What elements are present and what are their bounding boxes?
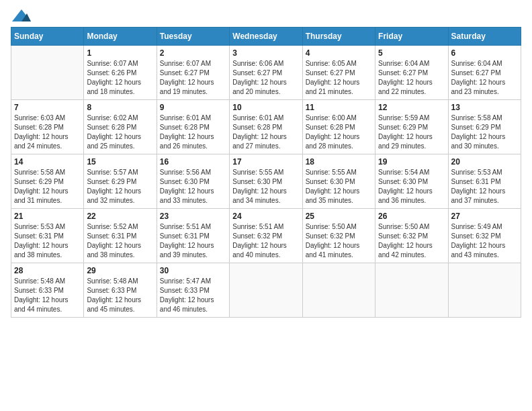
day-number: 24 <box>232 212 299 221</box>
header-wednesday: Wednesday <box>230 28 302 46</box>
day-number: 11 <box>306 103 372 112</box>
day-number: 15 <box>87 157 153 167</box>
calendar-cell: 24Sunrise: 5:51 AM Sunset: 6:32 PM Dayli… <box>230 209 302 263</box>
day-info: Sunrise: 6:03 AM Sunset: 6:28 PM Dayligh… <box>14 113 81 151</box>
day-info: Sunrise: 6:02 AM Sunset: 6:28 PM Dayligh… <box>87 113 153 151</box>
calendar-cell: 29Sunrise: 5:48 AM Sunset: 6:33 PM Dayli… <box>84 263 157 318</box>
calendar-cell: 19Sunrise: 5:54 AM Sunset: 6:30 PM Dayli… <box>375 154 448 209</box>
header-sunday: Sunday <box>11 28 84 46</box>
calendar-cell <box>230 263 302 318</box>
calendar-week-row: 14Sunrise: 5:58 AM Sunset: 6:29 PM Dayli… <box>11 154 521 209</box>
calendar-cell: 26Sunrise: 5:50 AM Sunset: 6:32 PM Dayli… <box>375 209 448 263</box>
day-number: 27 <box>451 212 518 221</box>
calendar-cell <box>302 263 375 318</box>
header-monday: Monday <box>84 28 157 46</box>
day-number: 12 <box>378 103 445 112</box>
header-saturday: Saturday <box>448 28 521 46</box>
calendar-cell <box>448 263 521 318</box>
day-number: 4 <box>306 48 372 58</box>
day-info: Sunrise: 5:56 AM Sunset: 6:30 PM Dayligh… <box>160 168 226 205</box>
calendar-cell <box>375 263 448 318</box>
calendar-cell: 18Sunrise: 5:55 AM Sunset: 6:30 PM Dayli… <box>302 154 375 209</box>
day-number: 21 <box>14 212 81 221</box>
day-number: 26 <box>378 212 445 221</box>
calendar-cell: 2Sunrise: 6:07 AM Sunset: 6:27 PM Daylig… <box>157 46 229 100</box>
day-number: 3 <box>232 48 299 58</box>
day-number: 14 <box>14 157 81 167</box>
day-info: Sunrise: 6:00 AM Sunset: 6:28 PM Dayligh… <box>306 113 372 151</box>
day-number: 7 <box>14 103 81 112</box>
day-info: Sunrise: 6:01 AM Sunset: 6:28 PM Dayligh… <box>160 113 226 151</box>
day-number: 19 <box>378 157 445 167</box>
day-info: Sunrise: 5:49 AM Sunset: 6:32 PM Dayligh… <box>451 222 518 260</box>
calendar-cell: 20Sunrise: 5:53 AM Sunset: 6:31 PM Dayli… <box>448 154 521 209</box>
calendar-cell: 6Sunrise: 6:04 AM Sunset: 6:27 PM Daylig… <box>448 46 521 100</box>
calendar-cell: 14Sunrise: 5:58 AM Sunset: 6:29 PM Dayli… <box>11 154 84 209</box>
day-info: Sunrise: 5:51 AM Sunset: 6:32 PM Dayligh… <box>232 222 299 260</box>
day-info: Sunrise: 5:50 AM Sunset: 6:32 PM Dayligh… <box>306 222 372 260</box>
calendar-cell: 22Sunrise: 5:52 AM Sunset: 6:31 PM Dayli… <box>84 209 157 263</box>
day-info: Sunrise: 5:58 AM Sunset: 6:29 PM Dayligh… <box>14 168 81 205</box>
day-info: Sunrise: 5:55 AM Sunset: 6:30 PM Dayligh… <box>232 168 299 205</box>
day-number: 29 <box>87 266 153 275</box>
day-info: Sunrise: 5:59 AM Sunset: 6:29 PM Dayligh… <box>378 113 445 151</box>
calendar-cell <box>11 46 84 100</box>
calendar-week-row: 7Sunrise: 6:03 AM Sunset: 6:28 PM Daylig… <box>11 100 521 154</box>
calendar-cell: 4Sunrise: 6:05 AM Sunset: 6:27 PM Daylig… <box>302 46 375 100</box>
calendar-week-row: 1Sunrise: 6:07 AM Sunset: 6:26 PM Daylig… <box>11 46 521 100</box>
header-tuesday: Tuesday <box>157 28 229 46</box>
day-number: 16 <box>160 157 226 167</box>
header-friday: Friday <box>375 28 448 46</box>
day-number: 10 <box>232 103 299 112</box>
header <box>11 11 521 21</box>
day-info: Sunrise: 6:04 AM Sunset: 6:27 PM Dayligh… <box>378 59 445 97</box>
calendar-cell: 12Sunrise: 5:59 AM Sunset: 6:29 PM Dayli… <box>375 100 448 154</box>
calendar-week-row: 28Sunrise: 5:48 AM Sunset: 6:33 PM Dayli… <box>11 263 521 318</box>
calendar-cell: 30Sunrise: 5:47 AM Sunset: 6:33 PM Dayli… <box>157 263 229 318</box>
day-info: Sunrise: 6:05 AM Sunset: 6:27 PM Dayligh… <box>306 59 372 97</box>
day-info: Sunrise: 5:53 AM Sunset: 6:31 PM Dayligh… <box>14 222 81 260</box>
day-number: 2 <box>160 48 226 58</box>
calendar-cell: 15Sunrise: 5:57 AM Sunset: 6:29 PM Dayli… <box>84 154 157 209</box>
day-number: 30 <box>160 266 226 275</box>
calendar-cell: 1Sunrise: 6:07 AM Sunset: 6:26 PM Daylig… <box>84 46 157 100</box>
calendar-cell: 10Sunrise: 6:01 AM Sunset: 6:28 PM Dayli… <box>230 100 302 154</box>
calendar-cell: 13Sunrise: 5:58 AM Sunset: 6:29 PM Dayli… <box>448 100 521 154</box>
day-info: Sunrise: 6:01 AM Sunset: 6:28 PM Dayligh… <box>232 113 299 151</box>
day-info: Sunrise: 6:04 AM Sunset: 6:27 PM Dayligh… <box>451 59 518 97</box>
calendar-cell: 8Sunrise: 6:02 AM Sunset: 6:28 PM Daylig… <box>84 100 157 154</box>
calendar-cell: 17Sunrise: 5:55 AM Sunset: 6:30 PM Dayli… <box>230 154 302 209</box>
logo <box>11 11 31 21</box>
calendar-cell: 11Sunrise: 6:00 AM Sunset: 6:28 PM Dayli… <box>302 100 375 154</box>
day-number: 6 <box>451 48 518 58</box>
day-info: Sunrise: 5:52 AM Sunset: 6:31 PM Dayligh… <box>87 222 153 260</box>
day-number: 28 <box>14 266 81 275</box>
calendar-table: SundayMondayTuesdayWednesdayThursdayFrid… <box>11 27 521 318</box>
day-number: 20 <box>451 157 518 167</box>
day-info: Sunrise: 5:47 AM Sunset: 6:33 PM Dayligh… <box>160 277 226 314</box>
day-info: Sunrise: 5:55 AM Sunset: 6:30 PM Dayligh… <box>306 168 372 205</box>
day-number: 18 <box>306 157 372 167</box>
calendar-cell: 21Sunrise: 5:53 AM Sunset: 6:31 PM Dayli… <box>11 209 84 263</box>
day-info: Sunrise: 5:58 AM Sunset: 6:29 PM Dayligh… <box>451 113 518 151</box>
day-info: Sunrise: 6:07 AM Sunset: 6:27 PM Dayligh… <box>160 59 226 97</box>
calendar-cell: 9Sunrise: 6:01 AM Sunset: 6:28 PM Daylig… <box>157 100 229 154</box>
day-info: Sunrise: 5:54 AM Sunset: 6:30 PM Dayligh… <box>378 168 445 205</box>
day-info: Sunrise: 5:50 AM Sunset: 6:32 PM Dayligh… <box>378 222 445 260</box>
day-info: Sunrise: 5:48 AM Sunset: 6:33 PM Dayligh… <box>87 277 153 314</box>
calendar-cell: 7Sunrise: 6:03 AM Sunset: 6:28 PM Daylig… <box>11 100 84 154</box>
header-thursday: Thursday <box>302 28 375 46</box>
day-info: Sunrise: 5:48 AM Sunset: 6:33 PM Dayligh… <box>14 277 81 314</box>
calendar-cell: 27Sunrise: 5:49 AM Sunset: 6:32 PM Dayli… <box>448 209 521 263</box>
day-number: 8 <box>87 103 153 112</box>
calendar-week-row: 21Sunrise: 5:53 AM Sunset: 6:31 PM Dayli… <box>11 209 521 263</box>
calendar-cell: 28Sunrise: 5:48 AM Sunset: 6:33 PM Dayli… <box>11 263 84 318</box>
day-info: Sunrise: 5:57 AM Sunset: 6:29 PM Dayligh… <box>87 168 153 205</box>
calendar-cell: 5Sunrise: 6:04 AM Sunset: 6:27 PM Daylig… <box>375 46 448 100</box>
day-number: 5 <box>378 48 445 58</box>
day-number: 1 <box>87 48 153 58</box>
day-number: 13 <box>451 103 518 112</box>
day-number: 23 <box>160 212 226 221</box>
day-number: 9 <box>160 103 226 112</box>
calendar-header-row: SundayMondayTuesdayWednesdayThursdayFrid… <box>11 28 521 46</box>
